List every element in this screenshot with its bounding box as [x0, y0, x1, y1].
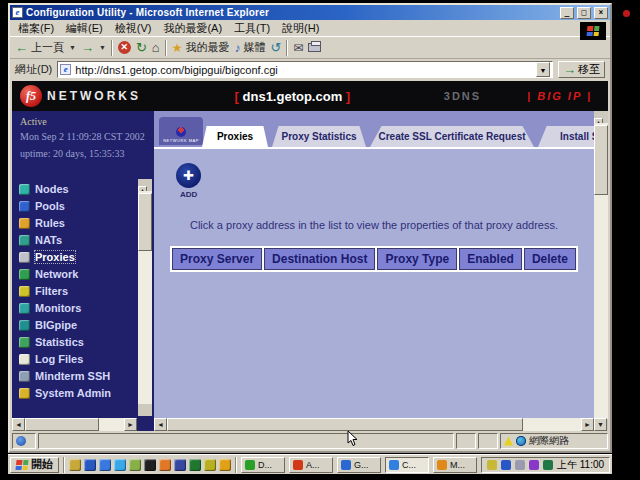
scroll-right-icon[interactable]: ► [124, 418, 137, 431]
scroll-right-icon[interactable]: ► [581, 418, 594, 431]
quicklaunch-icon-3[interactable] [99, 459, 111, 471]
taskbar-window-2[interactable]: A... [289, 457, 333, 473]
tray-icon-4[interactable] [529, 460, 539, 470]
quicklaunch-icon-10[interactable] [204, 459, 216, 471]
tray-icon-5[interactable] [543, 460, 553, 470]
tray-icon-2[interactable] [501, 460, 511, 470]
sidebar-item-system-admin[interactable]: System Admin [19, 387, 134, 399]
back-dropdown[interactable]: ▼ [69, 44, 76, 51]
back-button[interactable]: ← 上一頁 [15, 40, 64, 55]
quicklaunch-icon-5[interactable] [129, 459, 141, 471]
sidebar-item-filters[interactable]: Filters [19, 285, 134, 297]
mail-button[interactable]: ✉ [293, 41, 303, 55]
forward-dropdown[interactable]: ▼ [99, 44, 106, 51]
taskbar-separator [63, 457, 65, 473]
quicklaunch-icon-4[interactable] [114, 459, 126, 471]
zone-label: 網際網路 [529, 434, 569, 448]
sidebar-scrollbar-vertical[interactable]: ▲ [138, 179, 152, 416]
address-dropdown[interactable]: ▼ [536, 62, 550, 77]
sidebar-item-rules[interactable]: Rules [19, 217, 134, 229]
system-uptime: uptime: 20 days, 15:35:33 [20, 148, 124, 159]
sidebar-item-proxies[interactable]: Proxies [19, 251, 134, 263]
tray-icon-3[interactable] [515, 460, 525, 470]
sidebar-item-statistics[interactable]: Statistics [19, 336, 134, 348]
tab-proxies[interactable]: Proxies [202, 126, 268, 147]
status-pane-small [478, 433, 498, 449]
column-delete: Delete [524, 248, 576, 270]
close-button[interactable]: × [594, 7, 608, 19]
menu-tools[interactable]: 工具(T) [234, 21, 270, 36]
taskbar-window-3[interactable]: G... [337, 457, 381, 473]
start-button[interactable]: 開始 [10, 457, 59, 473]
quicklaunch-icon-8[interactable] [174, 459, 186, 471]
main-scrollbar-horizontal[interactable]: ◄ ► [154, 418, 594, 431]
taskbar-window-5[interactable]: M... [433, 457, 477, 473]
mouse-cursor [347, 430, 358, 447]
scroll-thumb[interactable] [25, 418, 99, 431]
sidebar-item-pools[interactable]: Pools [19, 200, 134, 212]
network-map-button[interactable]: NETWORK MAP [159, 117, 203, 145]
taskbar-window-1[interactable]: D... [241, 457, 285, 473]
favorites-button[interactable]: ★ 我的最愛 [172, 40, 230, 55]
scroll-left-icon[interactable]: ◄ [154, 418, 167, 431]
link-3dns[interactable]: 3DNS [444, 90, 481, 102]
ie-document-icon: e [12, 7, 23, 18]
history-button[interactable]: ↺ [270, 40, 281, 55]
menu-edit[interactable]: 編輯(E) [66, 21, 103, 36]
statistics-icon [19, 337, 30, 348]
sidebar-item-bigpipe[interactable]: BIGpipe [19, 319, 134, 331]
scroll-down-icon[interactable]: ▼ [594, 418, 607, 431]
page-viewport: f5 NETWORKS [ dns1.getop.com ] 3DNS | BI… [12, 81, 608, 431]
go-button[interactable]: → 移至 [558, 61, 605, 78]
network-icon [19, 269, 30, 280]
refresh-button[interactable]: ↻ [136, 41, 147, 54]
f5-logo-icon[interactable]: f5 [20, 85, 42, 107]
show-desktop-icon[interactable] [69, 459, 81, 471]
scroll-thumb[interactable] [138, 193, 152, 251]
menu-view[interactable]: 檢視(V) [115, 21, 152, 36]
title-bar[interactable]: e Configuration Utility - Microsoft Inte… [10, 5, 610, 20]
sidebar-item-network[interactable]: Network [19, 268, 134, 280]
security-zone-pane: 網際網路 [500, 433, 608, 449]
monitors-icon [19, 303, 30, 314]
stop-button[interactable]: ✕ [118, 41, 131, 54]
menu-file[interactable]: 檔案(F) [18, 21, 54, 36]
home-button[interactable]: ⌂ [152, 41, 160, 54]
address-input[interactable]: e http://dns1.getop.com/bigipgui/bigconf… [57, 61, 553, 78]
media-button[interactable]: ♪ 媒體 [234, 40, 265, 55]
sidebar-item-nats[interactable]: NATs [19, 234, 134, 246]
quicklaunch-icon-7[interactable] [159, 459, 171, 471]
nav-menu: Nodes Pools Rules NATs Proxies Network F… [19, 183, 134, 399]
sidebar-item-nodes[interactable]: Nodes [19, 183, 134, 195]
taskbar-window-4-active[interactable]: C... [385, 457, 429, 473]
minimize-button[interactable]: _ [560, 7, 574, 19]
quicklaunch-icon-11[interactable] [219, 459, 231, 471]
scroll-left-icon[interactable]: ◄ [12, 418, 25, 431]
network-map-icon [176, 127, 186, 137]
forward-button[interactable]: → [81, 42, 94, 54]
clock[interactable]: 上午 11:00 [557, 458, 604, 472]
tray-icon-1[interactable] [487, 460, 497, 470]
sidebar-item-logfiles[interactable]: Log Files [19, 353, 134, 365]
tab-create-ssl-certificate-request[interactable]: Create SSL Certificate Request [370, 126, 534, 147]
quicklaunch-icon-9[interactable] [189, 459, 201, 471]
menu-help[interactable]: 說明(H) [282, 21, 319, 36]
tab-install-ssl-certificate[interactable]: Install SSL Certif [538, 126, 594, 147]
main-scrollbar-vertical[interactable]: ▲ ▼ [594, 111, 608, 431]
add-proxy-button[interactable]: ✚ [176, 163, 201, 188]
screen: e Configuration Utility - Microsoft Inte… [0, 0, 640, 480]
sidebar-item-monitors[interactable]: Monitors [19, 302, 134, 314]
scroll-thumb[interactable] [167, 418, 523, 431]
link-bigip[interactable]: | BIG IP | [527, 90, 592, 102]
tab-proxy-statistics[interactable]: Proxy Statistics [272, 126, 366, 147]
menu-favorites[interactable]: 我的最愛(A) [163, 21, 222, 36]
column-destination-host: Destination Host [264, 248, 375, 270]
sidebar-item-mindterm-ssh[interactable]: Mindterm SSH [19, 370, 134, 382]
sidebar-scrollbar-horizontal[interactable]: ◄ ► [12, 418, 137, 431]
quicklaunch-icon-6[interactable] [144, 459, 156, 471]
ie-quicklaunch-icon[interactable] [84, 459, 96, 471]
print-button[interactable] [308, 43, 321, 52]
scroll-thumb[interactable] [594, 125, 608, 195]
maximize-button[interactable]: □ [577, 7, 591, 19]
tab-strip: NETWORK MAP Proxies Proxy Statistics Cre… [154, 111, 594, 149]
